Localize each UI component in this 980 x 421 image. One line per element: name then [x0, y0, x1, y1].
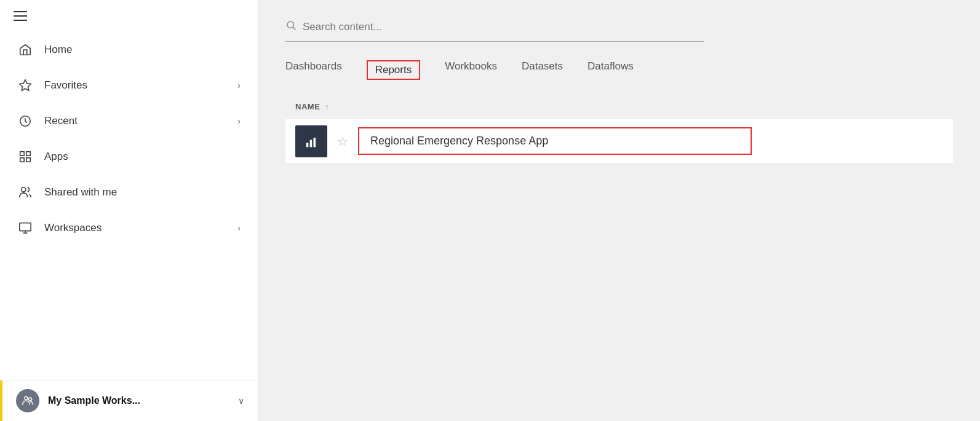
star-nav-icon — [17, 79, 33, 92]
svg-rect-2 — [20, 152, 24, 155]
chevron-right-icon: › — [237, 116, 241, 126]
column-name-label: NAME — [295, 102, 320, 111]
svg-rect-4 — [20, 158, 24, 162]
sidebar-item-home-label: Home — [44, 44, 241, 56]
tabs-bar: Dashboards Reports Workbooks Datasets Da… — [285, 60, 953, 80]
workspace-item[interactable]: My Sample Works... ∨ — [0, 380, 258, 421]
tab-datasets[interactable]: Datasets — [522, 60, 563, 80]
table-header: NAME ↑ — [285, 95, 953, 119]
svg-point-12 — [287, 22, 294, 28]
sidebar-item-favorites[interactable]: Favorites › — [0, 68, 258, 103]
svg-point-11 — [29, 398, 32, 401]
svg-point-6 — [22, 187, 26, 192]
svg-rect-3 — [26, 152, 30, 155]
svg-rect-5 — [26, 158, 30, 162]
clock-icon — [17, 114, 33, 128]
svg-point-10 — [25, 396, 28, 399]
sidebar-nav: Home Favorites › Recent › — [0, 32, 258, 380]
svg-marker-0 — [20, 80, 31, 90]
main-content: Dashboards Reports Workbooks Datasets Da… — [258, 0, 980, 421]
svg-line-13 — [293, 27, 295, 30]
sidebar-item-shared-label: Shared with me — [44, 186, 241, 199]
sidebar-item-favorites-label: Favorites — [44, 79, 226, 92]
content-table: NAME ↑ ☆ Regional Emergency Response App — [285, 95, 953, 163]
chevron-right-icon: › — [237, 81, 241, 90]
sidebar-item-recent[interactable]: Recent › — [0, 103, 258, 139]
apps-icon — [17, 150, 33, 163]
tab-dataflows[interactable]: Dataflows — [588, 60, 634, 80]
sidebar-item-recent-label: Recent — [44, 115, 226, 127]
sidebar: Home Favorites › Recent › — [0, 0, 258, 421]
svg-rect-16 — [310, 140, 313, 147]
chevron-down-icon: ∨ — [238, 396, 244, 406]
sidebar-item-home[interactable]: Home — [0, 32, 258, 68]
report-icon-box — [295, 125, 327, 157]
workspace-icon — [17, 221, 33, 235]
home-icon — [17, 43, 33, 57]
sidebar-item-workspaces[interactable]: Workspaces › — [0, 210, 258, 246]
workspace-label: My Sample Works... — [48, 395, 229, 406]
report-name[interactable]: Regional Emergency Response App — [358, 127, 752, 155]
search-bar[interactable] — [285, 20, 704, 42]
svg-rect-17 — [314, 138, 316, 147]
table-row[interactable]: ☆ Regional Emergency Response App — [285, 119, 953, 163]
tab-workbooks[interactable]: Workbooks — [445, 60, 497, 80]
people-icon — [17, 186, 33, 199]
avatar — [16, 389, 39, 412]
sidebar-item-shared[interactable]: Shared with me — [0, 175, 258, 210]
search-icon — [285, 20, 297, 34]
search-input[interactable] — [303, 21, 704, 33]
favorite-star-icon[interactable]: ☆ — [337, 134, 348, 149]
hamburger-button[interactable] — [0, 0, 258, 32]
tab-dashboards[interactable]: Dashboards — [285, 60, 342, 80]
tab-reports[interactable]: Reports — [367, 60, 421, 80]
chevron-right-icon: › — [237, 223, 241, 233]
hamburger-icon — [14, 11, 27, 21]
svg-rect-7 — [20, 223, 31, 231]
sidebar-item-workspaces-label: Workspaces — [44, 222, 226, 234]
svg-rect-15 — [306, 143, 309, 147]
sort-arrow-icon: ↑ — [325, 103, 329, 111]
sidebar-item-apps[interactable]: Apps — [0, 139, 258, 175]
sidebar-item-apps-label: Apps — [44, 151, 241, 163]
sidebar-bottom: My Sample Works... ∨ — [0, 380, 258, 421]
